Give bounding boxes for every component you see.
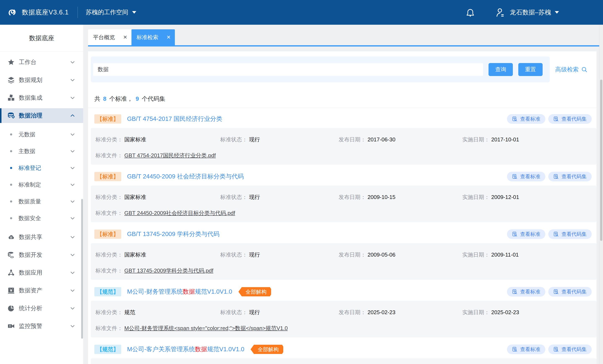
tab-label: 平台概览 <box>93 34 115 41</box>
document-search-icon <box>553 289 559 295</box>
sidebar-subitem-data-security[interactable]: 数据安全 <box>0 210 83 227</box>
standard-title-link[interactable]: M公司-财务管理系统数据规范V1.0V1.0 <box>127 287 232 296</box>
view-standard-button[interactable]: 查看标准 <box>507 344 545 354</box>
category-value: 国家标准 <box>124 136 146 143</box>
standard-details: 标准分类：国家标准 标准状态：现行 发布日期：2017-06-30 实施日期：2… <box>91 128 596 165</box>
standards-count: 8 <box>102 96 108 102</box>
view-standard-button[interactable]: 查看标准 <box>507 229 545 239</box>
publish-date-value: 2017-06-30 <box>368 136 395 143</box>
view-codeset-button[interactable]: 查看代码集 <box>548 287 592 297</box>
view-standard-button[interactable]: 查看标准 <box>507 172 545 181</box>
publish-date-value: 2009-10-15 <box>368 194 395 200</box>
chevron-down-icon <box>70 306 75 311</box>
sidebar-item-label: 数据资产 <box>19 287 70 295</box>
sidebar-subitem-data-quality[interactable]: 数据质量 <box>0 193 83 210</box>
standard-card: 【规范】 M公司-财务管理系统数据规范V1.0V1.0 全部解构 查看标准 查看… <box>88 287 596 337</box>
pie-chart-icon <box>8 305 15 312</box>
document-search-icon <box>512 347 518 352</box>
search-input[interactable] <box>93 63 483 76</box>
search-box: 查询 重置 <box>91 56 550 82</box>
view-codeset-button[interactable]: 查看代码集 <box>548 344 592 354</box>
view-codeset-button[interactable]: 查看代码集 <box>548 172 592 181</box>
sidebar-item-data-integration[interactable]: 数据集成 <box>0 90 83 105</box>
star-icon <box>8 59 15 66</box>
advanced-search-link[interactable]: 高级检索 <box>555 66 588 74</box>
standard-details: 标准分类：规范 标准状态：现行 发布日期：2025-02-23 实施日期：202… <box>91 301 596 337</box>
page-scrollbar-thumb[interactable] <box>600 80 602 241</box>
standard-file-link[interactable]: GBT 24450-2009社会经济目标分类与代码.pdf <box>124 210 235 217</box>
deconstructed-tag: 全部解构 <box>238 287 271 296</box>
type-badge: 【标准】 <box>94 172 121 181</box>
close-icon[interactable]: ✕ <box>123 34 127 40</box>
app-title: 数据底座V3.6.1 <box>22 8 69 17</box>
standard-file-link[interactable]: M公司-财务管理系统<span style="color:red;">数据</s… <box>124 325 288 332</box>
standard-title-link[interactable]: GB/T 13745-2009 学科分类与代码 <box>127 230 220 238</box>
tab-bar: 平台概览 ✕ 标准检索 ✕ <box>88 29 175 45</box>
standard-title-link[interactable]: GB/T 4754-2017 国民经济行业分类 <box>127 115 222 123</box>
sidebar-item-label: 监控预警 <box>19 322 70 330</box>
chevron-down-icon <box>70 95 75 100</box>
chevron-down-icon <box>70 216 75 221</box>
tab-label: 标准检索 <box>137 34 158 41</box>
standard-file-link[interactable]: GBT 13745-2009学科分类与代码.pdf <box>124 267 213 274</box>
sidebar-item-data-planning[interactable]: 数据规划 <box>0 73 83 87</box>
chevron-down-icon <box>70 77 75 83</box>
sidebar-item-data-governance[interactable]: 数据治理 <box>0 108 83 123</box>
chevron-down-icon <box>70 199 75 204</box>
chevron-down-icon <box>70 132 75 137</box>
chevron-down-icon <box>70 182 75 188</box>
status-value: 现行 <box>249 136 260 143</box>
standard-file-link[interactable]: GBT 4754-2017国民经济行业分类.pdf <box>124 152 216 159</box>
sidebar-item-data-application[interactable]: 数据应用 <box>0 265 83 280</box>
close-icon[interactable]: ✕ <box>166 34 171 40</box>
workspace-switcher[interactable]: 苏槐的工作空间 <box>86 8 136 17</box>
type-badge: 【规范】 <box>94 345 121 354</box>
document-search-icon <box>512 116 518 122</box>
sidebar-item-monitoring[interactable]: 监控预警 <box>0 319 83 333</box>
sidebar-subitem-label: 主数据 <box>18 147 70 155</box>
results-summary: 共 8 个标准， 9 个代码集 <box>94 95 596 102</box>
sidebar-item-workbench[interactable]: 工作台 <box>0 55 83 69</box>
sidebar-subitem-label: 数据质量 <box>18 198 70 205</box>
standard-title-link[interactable]: M公司-客户关系管理系统数据规范V1.0V1.0 <box>127 345 244 353</box>
main-content: 平台概览 ✕ 标准检索 ✕ 查询 重置 高级检索 <box>88 25 603 364</box>
layers-icon <box>8 77 15 84</box>
sidebar-subitem-masterdata[interactable]: 主数据 <box>0 143 83 160</box>
sidebar-item-data-development[interactable]: 数据开发 <box>0 248 83 262</box>
sidebar-item-statistics[interactable]: 统计分析 <box>0 301 83 316</box>
user-menu[interactable]: 龙石数据–苏槐 <box>495 7 559 17</box>
view-standard-button[interactable]: 查看标准 <box>507 114 545 124</box>
user-name: 龙石数据–苏槐 <box>510 8 551 17</box>
category-value: 国家标准 <box>124 194 146 200</box>
sidebar-scrollbar-thumb[interactable] <box>81 199 83 339</box>
chevron-down-icon <box>70 323 75 329</box>
standard-title-link[interactable]: GB/T 24450-2009 社会经济目标分类与代码 <box>127 172 244 181</box>
page-scrollbar <box>599 25 603 364</box>
chevron-down-icon <box>70 252 75 258</box>
codesets-count: 9 <box>134 96 140 102</box>
app-logo-icon <box>7 7 17 17</box>
bullet-dot-icon <box>10 167 12 169</box>
advanced-search-label: 高级检索 <box>555 66 579 74</box>
sidebar-item-data-sharing[interactable]: 数据共享 <box>0 230 83 244</box>
sidebar-subitem-standard-registry[interactable]: 标准登记 <box>0 160 83 176</box>
standard-details <box>91 358 596 364</box>
tab-platform-overview[interactable]: 平台概览 ✕ <box>88 29 131 45</box>
sidebar-subitem-label: 元数据 <box>18 131 70 138</box>
chevron-down-icon <box>70 270 75 276</box>
query-button[interactable]: 查询 <box>488 63 513 76</box>
sidebar-item-label: 工作台 <box>19 58 70 66</box>
sidebar-subitem-metadata[interactable]: 元数据 <box>0 126 83 143</box>
caret-down-icon <box>555 11 559 14</box>
view-standard-button[interactable]: 查看标准 <box>507 287 545 297</box>
sidebar-subitem-standard-making[interactable]: 标准制定 <box>0 176 83 193</box>
sidebar-item-label: 数据集成 <box>19 94 70 102</box>
view-codeset-button[interactable]: 查看代码集 <box>548 114 592 124</box>
document-search-icon <box>512 174 518 179</box>
sidebar-item-data-assets[interactable]: 数据资产 <box>0 283 83 298</box>
status-value: 现行 <box>249 252 260 258</box>
reset-button[interactable]: 重置 <box>518 63 543 76</box>
tab-standard-search[interactable]: 标准检索 ✕ <box>131 29 175 45</box>
view-codeset-button[interactable]: 查看代码集 <box>548 229 592 239</box>
notifications-bell-icon[interactable] <box>466 7 475 17</box>
